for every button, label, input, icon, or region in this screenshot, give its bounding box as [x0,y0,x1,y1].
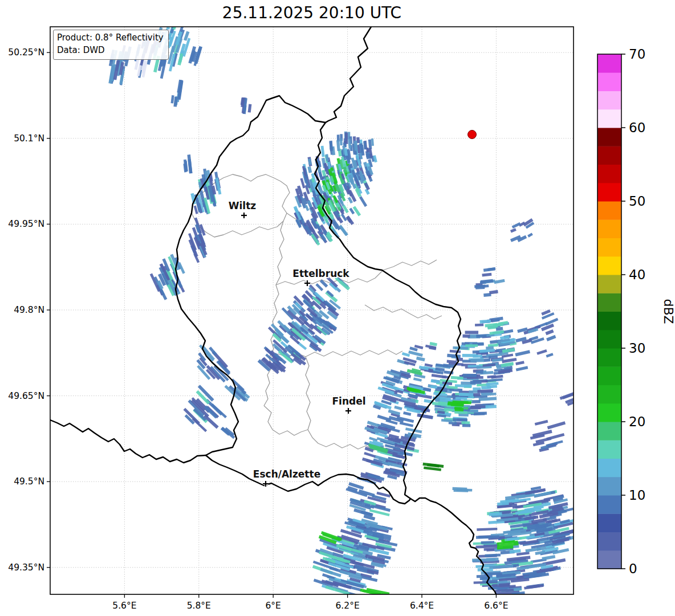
colorbar-segment [597,146,621,165]
colorbar-segment [597,109,621,128]
city-label: Findel [332,395,365,407]
echo-bin [470,359,484,362]
echo-bin [454,411,467,414]
district-border-line [383,260,437,270]
colorbar: 010203040506070dBZ [597,47,675,576]
colorbar-tick-label: 0 [629,561,637,576]
district-border-line [264,406,308,435]
echo-bin [394,406,402,410]
echo-bin [346,215,354,225]
echo-cluster [560,391,579,406]
echo-bin [482,273,491,277]
x-tick-label: 5.6°E [112,601,136,611]
echo-bin [547,421,566,429]
echo-bin [454,489,469,492]
echo-cluster [452,487,472,492]
colorbar-tick-label: 70 [629,47,645,62]
echo-bin [465,344,478,346]
echo-bin [417,414,433,419]
echo-bin [177,53,184,66]
y-tick-label: 50.1°N [14,133,44,144]
x-tick-label: 5.8°E [187,601,211,611]
y-tick-label: 49.95°N [8,219,44,229]
echo-cluster [515,309,558,372]
echo-bin [535,420,548,426]
echo-bin [475,285,485,289]
echo-cluster [224,378,250,402]
echo-bin [304,205,309,211]
echo-bin [485,554,501,557]
echo-bin [447,360,457,364]
echo-bin [479,320,491,324]
echo-cluster [190,169,221,214]
product-info-box: Product: 0.8° Reflectivity Data: DWD [53,30,169,60]
city-marker-icon [241,213,247,218]
product-info-line: Product: 0.8° Reflectivity [57,32,164,44]
echo-bin [413,377,422,381]
echo-bin [397,416,414,423]
echo-bin [516,366,528,371]
colorbar-segment [597,422,621,440]
colorbar-segment [597,128,621,146]
echo-cluster [150,254,185,300]
echo-cluster [183,154,192,174]
echo-bin [465,331,478,334]
echo-cluster [422,463,444,471]
echo-bin [408,350,423,357]
city-label: Esch/Alzette [253,468,320,480]
echo-bin [416,356,425,361]
x-tick-label: 6.4°E [410,601,434,611]
echo-bin [470,381,482,384]
colorbar-segment [597,54,621,73]
echo-bin [473,354,482,357]
echo-cluster [510,218,534,242]
colorbar-segment [597,366,621,385]
colorbar-tick-label: 60 [629,120,645,135]
colorbar-segment [597,385,621,404]
echo-bin [546,335,556,341]
data-source-line: Data: DWD [57,44,164,57]
colorbar-segment [597,72,621,91]
echo-cluster [362,342,450,474]
colorbar-tick-label: 50 [629,194,645,209]
echo-bin [308,158,312,165]
echo-bin [462,334,470,338]
city-esch-alzette: Esch/AlzetteEsch/Alzette [253,468,320,487]
district-border-line [264,221,284,406]
colorbar-tick-label: 10 [629,488,645,503]
city-marker-icon [345,408,351,414]
echo-bin [403,411,411,416]
echo-bin [172,19,178,30]
echo-cluster [474,267,505,297]
radar-figure: 25.11.2025 20:10 UTC WiltzWiltzEttelbruc… [0,0,675,616]
colorbar-segment [597,91,621,110]
axis-labels: 5.6°E5.8°E6°E6.2°E6.4°E6.6°E50.25°N50.1°… [8,47,508,611]
colorbar-segment [597,403,621,422]
echo-cluster [530,420,566,452]
colorbar-segment [597,312,621,331]
echo-bin [364,452,376,458]
y-tick-label: 49.35°N [8,562,44,573]
y-tick-label: 49.8°N [14,305,44,315]
echo-bin [489,290,498,295]
country-border-line [326,27,371,123]
city-label: Ettelbruck [292,268,349,279]
echo-bin [510,228,517,232]
echo-bin [476,371,483,374]
city-label: Wiltz [229,200,257,211]
echo-cluster [221,427,235,439]
colorbar-segment [597,495,621,514]
colorbar-segment [597,532,621,551]
echo-bin [321,146,325,157]
echo-bin [462,424,470,427]
echo-bin [173,97,177,107]
echo-bin [315,283,323,291]
echo-bin [455,408,463,411]
echo-bin [545,329,554,335]
colorbar-segment [597,238,621,257]
echo-bin [542,555,555,561]
colorbar-segment [597,348,621,367]
x-tick-label: 6.6°E [484,601,508,611]
echo-bin [481,541,495,544]
colorbar-segment [597,183,621,202]
